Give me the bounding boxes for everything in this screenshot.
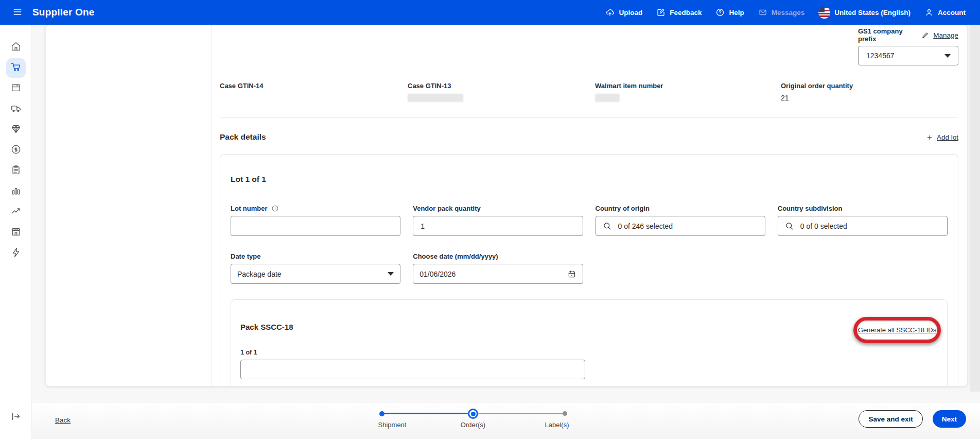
plus-icon: + <box>927 133 932 142</box>
help-button[interactable]: Help <box>715 8 744 17</box>
gs1-prefix-block: GS1 company prefix Manage 1234567 <box>220 27 958 65</box>
walmart-item-number-field: Walmart item number <box>595 82 781 103</box>
step-shipment-dot[interactable] <box>379 411 384 416</box>
info-circle-icon[interactable] <box>271 205 279 212</box>
home-icon <box>10 41 22 54</box>
help-circle-icon <box>715 8 725 17</box>
top-header: Supplier One Upload Feedback Help <box>0 0 980 25</box>
vendor-pack-quantity-input[interactable] <box>413 216 583 236</box>
sscc-item-label: 1 of 1 <box>240 349 938 356</box>
pack-sscc-card: Pack SSCC-18 Generate all SSCC-18 IDs 1 … <box>231 299 948 386</box>
save-and-exit-button[interactable]: Save and exit <box>859 410 922 428</box>
store-icon <box>10 226 22 240</box>
add-lot-button[interactable]: + Add lot <box>927 133 958 142</box>
back-link[interactable]: Back <box>55 416 71 424</box>
supplier-one-app: Supplier One Upload Feedback Help <box>0 0 980 439</box>
sidebar-item-store[interactable] <box>6 223 26 243</box>
sidebar-item-deals[interactable] <box>6 120 26 140</box>
messages-button[interactable]: Messages <box>758 8 805 17</box>
menu-button[interactable] <box>11 6 24 20</box>
pack-sscc-title: Pack SSCC-18 <box>240 323 938 331</box>
pack-details-title: Pack details <box>220 132 266 142</box>
step-orders-dot[interactable] <box>468 409 478 419</box>
lot-fields-row-1: Lot number Vendor pack quantity Country … <box>231 205 948 236</box>
item-info-row: Case GTIN-14 Case GTIN-13 Walmart item n… <box>220 82 958 103</box>
lot-card: Lot 1 of 1 Lot number Vendor pack quanti… <box>220 154 958 386</box>
sidebar-item-growth[interactable] <box>6 202 26 222</box>
chevron-down-icon <box>388 272 394 276</box>
locale-selector[interactable]: United States (English) <box>818 7 911 19</box>
feedback-button[interactable]: Feedback <box>656 8 702 17</box>
person-icon <box>924 8 934 17</box>
red-highlight-annotation: Generate all SSCC-18 IDs <box>853 317 941 343</box>
pencil-icon[interactable] <box>921 31 929 39</box>
sidebar-item-payments[interactable] <box>6 141 26 160</box>
chevron-down-icon <box>944 54 951 58</box>
expand-sidebar-button[interactable] <box>10 411 22 424</box>
vendor-pack-quantity-field: Vendor pack quantity <box>413 205 583 236</box>
lot-fields-row-2: Date type Package date Choose date (mm/d… <box>231 252 948 284</box>
cloud-upload-icon <box>605 8 615 17</box>
pack-details-header: Pack details + Add lot <box>220 132 958 142</box>
order-form-panel: GS1 company prefix Manage 1234567 Ca <box>45 25 968 386</box>
account-button[interactable]: Account <box>924 8 966 17</box>
gs1-prefix-value: 1234567 <box>866 52 895 60</box>
panel-left-column <box>46 25 212 386</box>
left-sidebar <box>0 25 32 439</box>
diamond-icon <box>10 123 22 137</box>
us-flag-icon <box>818 7 830 19</box>
lot-number-input[interactable] <box>231 216 400 236</box>
gs1-prefix-label: GS1 company prefix <box>858 27 921 43</box>
clipboard-icon <box>10 164 22 178</box>
sidebar-item-inventory[interactable] <box>6 79 26 98</box>
sidebar-item-reports[interactable] <box>6 182 26 201</box>
search-icon <box>784 221 795 231</box>
step-shipment-label: Shipment <box>378 421 407 429</box>
progress-stepper: Shipment Order(s) Label(s) <box>382 402 565 439</box>
dollar-coin-icon <box>10 144 22 157</box>
next-button[interactable]: Next <box>933 410 966 428</box>
sidebar-item-documents[interactable] <box>6 161 26 181</box>
stepper-line-complete <box>382 413 473 414</box>
date-type-select[interactable]: Package date <box>231 264 400 284</box>
trend-line-icon <box>10 206 22 219</box>
stepper-line-upcoming <box>473 413 565 414</box>
country-subdivision-field: Country subdivision 0 of 0 selected <box>778 205 948 236</box>
step-labels-label: Label(s) <box>545 421 569 429</box>
sscc-18-input[interactable] <box>240 360 585 379</box>
cart-icon <box>10 61 22 75</box>
date-input[interactable]: 01/06/2026 <box>413 264 583 284</box>
case-gtin14-field: Case GTIN-14 <box>220 82 408 103</box>
redacted-value <box>595 94 620 102</box>
sidebar-item-shipping[interactable] <box>6 99 26 119</box>
panel-body: GS1 company prefix Manage 1234567 Ca <box>212 25 967 386</box>
bar-chart-icon <box>10 185 22 198</box>
generate-all-sscc-link[interactable]: Generate all SSCC-18 IDs <box>858 326 936 334</box>
choose-date-field: Choose date (mm/dd/yyyy) 01/06/2026 <box>413 252 583 284</box>
section-divider <box>220 117 958 117</box>
case-gtin13-field: Case GTIN-13 <box>408 82 595 103</box>
upload-button[interactable]: Upload <box>605 8 642 17</box>
country-of-origin-select[interactable]: 0 of 246 selected <box>596 216 765 236</box>
lot-number-field: Lot number <box>231 205 400 236</box>
step-labels-dot[interactable] <box>563 411 567 416</box>
sidebar-item-orders[interactable] <box>6 58 26 78</box>
feedback-note-icon <box>656 8 666 17</box>
box-icon <box>10 82 22 95</box>
scrollbar-track[interactable] <box>970 25 980 392</box>
country-subdivision-select[interactable]: 0 of 0 selected <box>778 216 948 236</box>
menu-icon <box>12 7 23 19</box>
search-icon <box>602 221 612 231</box>
expand-panel-icon <box>10 411 22 424</box>
envelope-icon <box>758 8 767 17</box>
truck-icon <box>10 103 22 116</box>
redacted-value <box>408 94 463 102</box>
sidebar-item-integrations[interactable] <box>6 244 26 263</box>
lightning-bolt-icon <box>10 247 22 260</box>
sidebar-item-home[interactable] <box>6 38 26 57</box>
calendar-icon[interactable] <box>567 269 576 279</box>
original-order-quantity-field: Original order quantity 21 <box>781 82 958 103</box>
app-brand: Supplier One <box>32 7 95 18</box>
gs1-prefix-select[interactable]: 1234567 <box>858 46 958 65</box>
manage-link[interactable]: Manage <box>933 31 958 39</box>
